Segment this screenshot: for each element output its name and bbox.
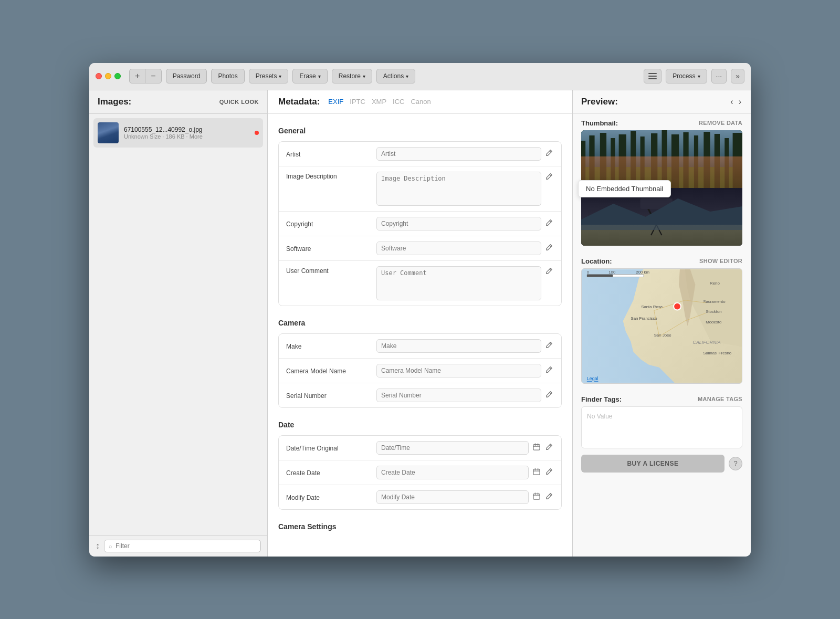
minus-button[interactable]: −: [145, 69, 161, 83]
datetime-original-wrap: [376, 441, 554, 455]
erase-button[interactable]: Erase ▾: [292, 69, 327, 83]
manage-tags-button[interactable]: MANAGE TAGS: [698, 396, 742, 402]
quick-look-button[interactable]: QUICK LOOK: [219, 99, 259, 105]
software-edit-button[interactable]: [544, 243, 554, 254]
make-edit-button[interactable]: [544, 340, 554, 351]
left-panel-header: Images: QUICK LOOK: [89, 90, 267, 114]
navigate-next-btn[interactable]: »: [731, 69, 744, 83]
user-comment-input[interactable]: [376, 266, 541, 300]
process-button[interactable]: Process ▾: [666, 69, 707, 83]
location-section-header: Location: SHOW EDITOR: [573, 252, 751, 268]
serial-input[interactable]: [376, 389, 541, 402]
pencil-icon: [545, 219, 553, 226]
actions-chevron-icon: ▾: [406, 74, 408, 79]
software-label: Software: [286, 244, 370, 253]
datetime-original-edit-button[interactable]: [544, 442, 554, 453]
create-date-edit-button[interactable]: [544, 467, 554, 478]
pencil-icon: [545, 492, 553, 500]
tab-xmp[interactable]: XMP: [372, 97, 386, 107]
image-item[interactable]: 67100555_12...40992_o.jpg Unknown Size ·…: [93, 118, 263, 148]
modify-date-wrap: [376, 490, 554, 504]
software-input[interactable]: [376, 242, 541, 255]
more-options-btn[interactable]: ···: [711, 69, 727, 83]
images-title: Images:: [98, 97, 131, 107]
photos-button[interactable]: Photos: [211, 69, 244, 83]
buy-license-area: BUY A LICENSE ?: [581, 455, 742, 473]
serial-edit-button[interactable]: [544, 390, 554, 401]
finder-tags-label: Finder Tags:: [581, 395, 622, 403]
copyright-edit-button[interactable]: [544, 218, 554, 229]
pencil-icon: [545, 267, 553, 275]
titlebar: + − Password Photos Presets ▾ Erase ▾ Re…: [89, 63, 751, 90]
artist-input[interactable]: [376, 147, 541, 161]
create-date-input[interactable]: [376, 466, 529, 479]
tab-canon[interactable]: Canon: [411, 97, 430, 107]
main-content: Images: QUICK LOOK 67100555_12...40992_o…: [89, 90, 751, 557]
make-input[interactable]: [376, 339, 541, 353]
copyright-label: Copyright: [286, 219, 370, 228]
restore-button[interactable]: Restore ▾: [332, 69, 372, 83]
svg-text:Santa Rosa: Santa Rosa: [641, 304, 663, 309]
tab-group: EXIF IPTC XMP ICC Canon: [328, 97, 430, 107]
datetime-original-calendar-button[interactable]: [532, 442, 541, 453]
image-description-edit-button[interactable]: [544, 172, 554, 183]
thumbnail-top: [581, 130, 742, 188]
user-comment-edit-button[interactable]: [544, 266, 554, 277]
svg-text:CALIFORNIA: CALIFORNIA: [693, 340, 721, 345]
modify-date-input[interactable]: [376, 490, 529, 504]
preview-prev-button[interactable]: ‹: [729, 97, 734, 107]
sort-icon[interactable]: ↕: [96, 541, 100, 551]
pencil-icon: [545, 244, 553, 251]
show-editor-button[interactable]: SHOW EDITOR: [699, 258, 742, 264]
tab-icc[interactable]: ICC: [393, 97, 404, 107]
tab-exif[interactable]: EXIF: [328, 97, 343, 107]
filter-input-wrap: ⌕: [104, 540, 261, 552]
pencil-icon: [545, 366, 553, 373]
minimize-button[interactable]: [105, 73, 111, 79]
create-date-calendar-button[interactable]: [532, 467, 541, 478]
help-button[interactable]: ?: [729, 457, 742, 470]
camera-model-input-wrap: [376, 364, 554, 377]
camera-model-edit-button[interactable]: [544, 365, 554, 376]
buy-license-button[interactable]: BUY A LICENSE: [581, 455, 724, 473]
modified-indicator: [255, 131, 259, 135]
calendar-icon: [533, 492, 540, 500]
camera-fields: Make Camera Model Name: [278, 333, 562, 408]
artist-input-wrap: [376, 147, 554, 161]
map-area[interactable]: 0 100 200 km Reno Sacramento Santa Rosa …: [581, 268, 742, 384]
actions-button[interactable]: Actions ▾: [376, 69, 415, 83]
modify-date-edit-button[interactable]: [544, 491, 554, 502]
svg-text:Fresno: Fresno: [719, 351, 732, 355]
tab-iptc[interactable]: IPTC: [350, 97, 365, 107]
svg-rect-7: [533, 469, 540, 475]
maximize-button[interactable]: [114, 73, 121, 79]
add-minus-group: + −: [129, 69, 162, 83]
tags-area[interactable]: No Value: [581, 406, 742, 448]
camera-model-input[interactable]: [376, 364, 541, 377]
presets-button[interactable]: Presets ▾: [249, 69, 289, 83]
pencil-icon: [545, 443, 553, 450]
image-description-input[interactable]: [376, 172, 541, 206]
artist-edit-button[interactable]: [544, 148, 554, 159]
preview-next-button[interactable]: ›: [738, 97, 742, 107]
remove-data-button[interactable]: REMOVE DATA: [699, 120, 742, 126]
list-icon-btn[interactable]: [644, 69, 662, 83]
pencil-icon: [545, 173, 553, 180]
svg-rect-11: [533, 494, 540, 500]
location-label: Location:: [581, 257, 612, 265]
image-description-label: Image Description: [286, 172, 370, 180]
add-button[interactable]: +: [130, 69, 145, 83]
create-date-label: Create Date: [286, 468, 370, 477]
datetime-original-label: Date/Time Original: [286, 444, 370, 452]
field-row-serial: Serial Number: [279, 383, 561, 407]
datetime-original-input[interactable]: [376, 441, 529, 455]
filter-input[interactable]: [116, 542, 256, 550]
copyright-input[interactable]: [376, 217, 541, 230]
finder-tags-header: Finder Tags: MANAGE TAGS: [573, 390, 751, 406]
password-button[interactable]: Password: [166, 69, 207, 83]
make-input-wrap: [376, 339, 554, 353]
no-value-text: No Value: [587, 413, 612, 420]
close-button[interactable]: [96, 73, 102, 79]
svg-text:0: 0: [587, 269, 590, 274]
modify-date-calendar-button[interactable]: [532, 491, 541, 502]
